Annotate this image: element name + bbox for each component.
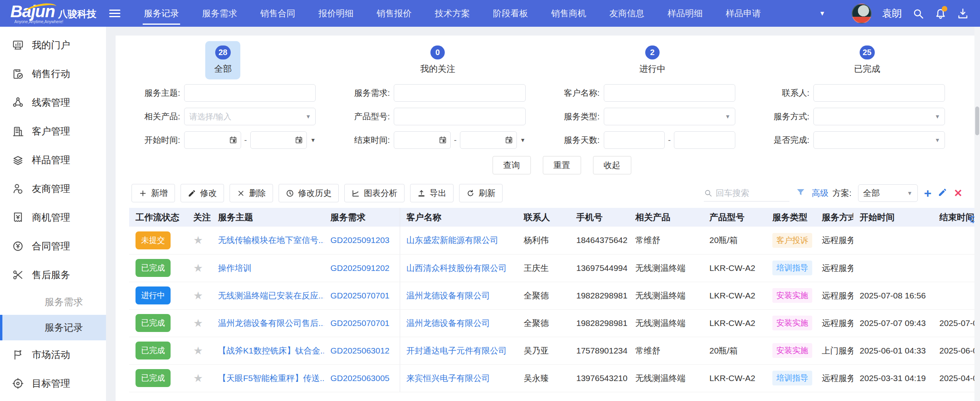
star-icon[interactable]: ★ <box>193 290 203 302</box>
service-days-min-input[interactable] <box>604 131 665 149</box>
sidebar-item-samples[interactable]: 样品管理 <box>0 146 106 174</box>
edit-button[interactable]: 修改 <box>181 184 224 202</box>
sidebar-subitem-service-records[interactable]: 服务记录 <box>0 315 106 340</box>
table-row[interactable]: 已完成 ★ 操作培训 GD2025091202 山西清众科技股份有限公司 王庆生… <box>129 254 974 282</box>
search-icon[interactable] <box>912 8 924 20</box>
request-no-link[interactable]: GD2025070701 <box>330 318 389 328</box>
customer-link[interactable]: 山西清众科技股份有限公司 <box>407 263 507 273</box>
scheme-edit-pencil-icon[interactable] <box>938 188 947 199</box>
delete-button[interactable]: 删除 <box>230 184 273 202</box>
chevron-down-icon[interactable]: ▼ <box>310 137 316 143</box>
menu-hamburger-icon[interactable] <box>109 8 120 19</box>
stat-tab-all[interactable]: 28 全部 <box>205 41 240 79</box>
notification-bell-icon[interactable] <box>935 8 947 20</box>
advanced-link[interactable]: 高级 <box>812 188 829 199</box>
nav-item-competitor-info[interactable]: 友商信息 <box>598 0 656 27</box>
stat-tab-in-progress[interactable]: 2 进行中 <box>630 41 674 79</box>
service-topic-input[interactable] <box>184 84 316 102</box>
service-request-input[interactable] <box>394 84 525 102</box>
end-time-to-input[interactable] <box>460 131 517 149</box>
request-no-link[interactable]: GD2025063012 <box>330 346 389 355</box>
service-type-select[interactable] <box>604 108 735 125</box>
nav-item-service-requests[interactable]: 服务需求 <box>191 0 249 27</box>
export-button[interactable]: 导出 <box>410 184 454 202</box>
customer-link[interactable]: 温州龙德设备有限公司 <box>407 318 490 328</box>
nav-item-sales-opportunities[interactable]: 销售商机 <box>540 0 598 27</box>
service-days-max-input[interactable] <box>674 131 735 149</box>
add-button[interactable]: 新增 <box>132 184 175 202</box>
nav-item-tech-solutions[interactable]: 技术方案 <box>423 0 481 27</box>
sidebar-item-marketing[interactable]: 市场活动 <box>0 340 106 369</box>
customer-link[interactable]: 开封通达电子元件有限公司 <box>407 346 507 355</box>
star-icon[interactable]: ★ <box>193 317 203 329</box>
nav-item-sales-contracts[interactable]: 销售合同 <box>249 0 307 27</box>
start-time-from-input[interactable] <box>184 131 241 149</box>
nav-item-quote-details[interactable]: 报价明细 <box>307 0 365 27</box>
user-avatar[interactable] <box>852 4 872 24</box>
scheme-delete-icon[interactable]: ✕ <box>954 188 962 198</box>
request-no-link[interactable]: GD2025070701 <box>330 291 389 300</box>
nav-item-sample-details[interactable]: 样品明细 <box>656 0 714 27</box>
topic-link[interactable]: 【战斧K1数控铣床】钛合金... <box>218 346 324 355</box>
download-icon[interactable] <box>957 8 969 20</box>
topic-link[interactable]: 无线传输模块在地下室信号... <box>218 235 324 245</box>
sidebar-item-targets[interactable]: 目标管理 <box>0 369 106 398</box>
chart-analysis-button[interactable]: 图表分析 <box>344 184 405 202</box>
topic-link[interactable]: 无线测温终端已安装在反应... <box>218 291 324 300</box>
service-method-select[interactable] <box>813 108 945 125</box>
customer-name-input[interactable] <box>604 84 735 102</box>
filter-funnel-icon[interactable] <box>796 188 805 199</box>
topic-link[interactable]: 操作培训 <box>218 263 251 273</box>
request-no-link[interactable]: GD2025063005 <box>330 373 389 383</box>
star-icon[interactable]: ★ <box>193 372 203 384</box>
sidebar-item-customers[interactable]: 客户管理 <box>0 117 106 146</box>
customer-link[interactable]: 山东盛宏新能源有限公司 <box>407 235 499 245</box>
is-complete-select[interactable] <box>813 131 945 149</box>
topic-link[interactable]: 温州龙德设备有限公司售后... <box>218 318 324 328</box>
menu-overflow-caret-icon[interactable]: ▼ <box>819 10 825 17</box>
refresh-button[interactable]: 刷新 <box>459 184 503 202</box>
column-settings-gear-icon[interactable]: ⚙ <box>968 213 974 226</box>
nav-item-sample-requests[interactable]: 样品申请 <box>714 0 772 27</box>
sidebar-item-opportunities[interactable]: 商机管理 <box>0 203 106 232</box>
chevron-down-icon[interactable]: ▼ <box>520 137 526 143</box>
table-row[interactable]: 已完成 ★ 温州龙德设备有限公司售后... GD2025070701 温州龙德设… <box>129 309 974 337</box>
star-icon[interactable]: ★ <box>193 262 203 274</box>
start-time-to-input[interactable] <box>250 131 307 149</box>
collapse-button[interactable]: 收起 <box>593 156 631 174</box>
sidebar-item-competitors[interactable]: 友商管理 <box>0 174 106 203</box>
topic-link[interactable]: 【天眼F5智能检重秤】传送... <box>218 373 324 383</box>
sidebar-item-sales-actions[interactable]: 销售行动 <box>0 59 106 88</box>
query-button[interactable]: 查询 <box>493 156 531 174</box>
contact-input[interactable] <box>813 84 945 102</box>
customer-link[interactable]: 来宾恒兴电子有限公司 <box>407 373 490 383</box>
sidebar-subitem-service-requests[interactable]: 服务需求 <box>0 289 106 315</box>
scheme-add-icon[interactable]: + <box>924 187 932 200</box>
end-time-from-input[interactable] <box>394 131 451 149</box>
product-model-input[interactable] <box>394 108 525 125</box>
star-icon[interactable]: ★ <box>193 345 203 357</box>
star-icon[interactable]: ★ <box>193 234 203 246</box>
table-row[interactable]: 已完成 ★ 【天眼F5智能检重秤】传送... GD2025063005 来宾恒兴… <box>129 364 974 392</box>
request-no-link[interactable]: GD2025091202 <box>330 263 389 273</box>
request-no-link[interactable]: GD2025091203 <box>330 235 389 245</box>
table-row[interactable]: 未提交 ★ 无线传输模块在地下室信号... GD2025091203 山东盛宏新… <box>129 227 974 254</box>
table-row[interactable]: 已完成 ★ 【战斧K1数控铣床】钛合金... GD2025063012 开封通达… <box>129 337 974 364</box>
customer-link[interactable]: 温州龙德设备有限公司 <box>407 291 490 300</box>
stat-tab-my-follow[interactable]: 0 我的关注 <box>411 41 464 79</box>
sidebar-item-contracts[interactable]: 合同管理 <box>0 232 106 261</box>
related-product-select[interactable] <box>184 108 316 125</box>
nav-item-service-records[interactable]: 服务记录 <box>132 0 191 27</box>
sidebar-item-leads[interactable]: 线索管理 <box>0 88 106 117</box>
sidebar-item-my-portal[interactable]: 我的门户 <box>0 31 106 59</box>
table-row[interactable]: 进行中 ★ 无线测温终端已安装在反应... GD2025070701 温州龙德设… <box>129 282 974 309</box>
nav-item-sales-quotes[interactable]: 销售报价 <box>365 0 423 27</box>
sidebar-item-after-sales[interactable]: 售后服务 <box>0 261 106 289</box>
nav-item-stage-board[interactable]: 阶段看板 <box>481 0 540 27</box>
reset-button[interactable]: 重置 <box>543 156 581 174</box>
stat-tab-completed[interactable]: 25 已完成 <box>845 41 889 79</box>
quick-search-input[interactable] <box>716 188 780 198</box>
scheme-select[interactable]: 全部 ▼ <box>858 184 918 202</box>
history-button[interactable]: 修改历史 <box>279 184 339 202</box>
scrollbar-thumb[interactable] <box>975 107 979 135</box>
